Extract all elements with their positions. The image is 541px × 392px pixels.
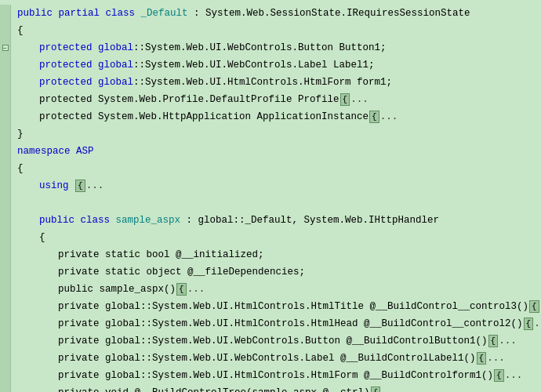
- line-text: protected System.Web.Profile.DefaultProf…: [11, 93, 369, 106]
- line-text: private global::System.Web.UI.HtmlContro…: [11, 318, 541, 330]
- collapsed-block[interactable]: {: [488, 335, 499, 347]
- collapsed-block[interactable]: {: [524, 318, 534, 330]
- line-gutter: −: [0, 39, 11, 56]
- code-line: public class sample_aspx : global::_Defa…: [0, 212, 541, 229]
- code-token: {: [17, 25, 24, 36]
- code-token: {: [17, 163, 24, 174]
- line-text: private global::System.Web.UI.WebControl…: [11, 335, 517, 347]
- code-line: private global::System.Web.UI.WebControl…: [0, 332, 541, 350]
- code-token: protected System.Web.HttpApplication App…: [39, 111, 369, 122]
- line-text: {: [11, 163, 24, 174]
- ellipsis: ...: [499, 336, 517, 347]
- code-token: : System.Web.SessionState.IRequiresSessi…: [188, 8, 470, 19]
- collapsed-block[interactable]: {: [371, 387, 381, 392]
- line-text: {: [11, 232, 45, 243]
- line-text: public class sample_aspx : global::_Defa…: [11, 215, 439, 226]
- code-line: protected global::System.Web.UI.WebContr…: [0, 56, 541, 74]
- code-token: sample_aspx: [116, 215, 181, 226]
- line-gutter: [0, 5, 11, 22]
- code-token: private static bool @__initialized;: [58, 249, 264, 260]
- line-gutter: [0, 125, 11, 143]
- code-token: ::System.Web.UI.WebControls.Button Butto…: [133, 42, 387, 53]
- line-text: public sample_aspx(){...: [11, 283, 205, 296]
- line-text: private static bool @__initialized;: [11, 249, 264, 260]
- line-text: namespace ASP: [11, 146, 94, 157]
- line-gutter: [0, 263, 11, 281]
- line-gutter: [0, 212, 11, 229]
- code-line: private void @__BuildControlTree(sample_…: [0, 384, 541, 392]
- ellipsis: ...: [381, 387, 399, 392]
- ellipsis: ...: [534, 318, 541, 329]
- collapsed-block[interactable]: {: [369, 111, 379, 123]
- code-line: using {...: [0, 177, 541, 194]
- code-line: {: [0, 229, 541, 246]
- code-token: private global::System.Web.UI.HtmlContro…: [58, 318, 523, 329]
- line-text: private global::System.Web.UI.HtmlContro…: [11, 300, 541, 313]
- collapsed-block[interactable]: {: [477, 352, 487, 365]
- code-token: private static object @__fileDependencie…: [58, 267, 305, 278]
- line-gutter: [0, 384, 11, 392]
- code-token: : global::_Default, System.Web.IHttpHand…: [180, 215, 439, 226]
- collapsed-block[interactable]: {: [340, 93, 350, 106]
- line-gutter: [0, 177, 11, 194]
- code-line: public sample_aspx(){...: [0, 281, 541, 298]
- code-line: private global::System.Web.UI.HtmlContro…: [0, 315, 541, 332]
- code-line: private global::System.Web.UI.WebControl…: [0, 350, 541, 367]
- line-text: protected global::System.Web.UI.HtmlCont…: [11, 77, 392, 88]
- line-text: private void @__BuildControlTree(sample_…: [11, 387, 399, 392]
- code-line: namespace ASP: [0, 143, 541, 160]
- code-line: private static object @__fileDependencie…: [0, 263, 541, 281]
- code-line: public partial class _Default : System.W…: [0, 5, 541, 22]
- code-token: public sample_aspx(): [58, 284, 176, 295]
- code-token: public class: [39, 215, 116, 226]
- line-gutter: [0, 56, 11, 74]
- code-editor: public partial class _Default : System.W…: [0, 0, 541, 392]
- code-token: protected System.Web.Profile.DefaultProf…: [39, 94, 339, 105]
- code-token: namespace ASP: [17, 146, 94, 157]
- code-line: −protected global::System.Web.UI.WebCont…: [0, 39, 541, 56]
- line-gutter: [0, 74, 11, 91]
- line-gutter: [0, 160, 11, 177]
- line-text: private static object @__fileDependencie…: [11, 267, 305, 278]
- line-gutter: [0, 332, 11, 350]
- collapsed-block[interactable]: {: [75, 180, 85, 192]
- line-text: protected global::System.Web.UI.WebContr…: [11, 60, 375, 71]
- line-gutter: [0, 22, 11, 39]
- code-token: private global::System.Web.UI.WebControl…: [58, 336, 488, 347]
- line-text: using {...: [11, 180, 103, 192]
- code-line: private global::System.Web.UI.HtmlContro…: [0, 298, 541, 315]
- code-line: }: [0, 125, 541, 143]
- collapsed-block[interactable]: {: [529, 300, 539, 313]
- collapsed-block[interactable]: {: [494, 369, 504, 382]
- line-gutter: [0, 143, 11, 160]
- line-text: public partial class _Default : System.W…: [11, 8, 470, 19]
- code-token: _Default: [141, 8, 188, 19]
- ellipsis: ...: [350, 94, 369, 105]
- code-token: ::System.Web.UI.HtmlControls.HtmlForm fo…: [133, 77, 392, 88]
- collapsed-block[interactable]: {: [176, 283, 187, 296]
- ellipsis: ...: [187, 284, 205, 295]
- code-line: protected global::System.Web.UI.HtmlCont…: [0, 74, 541, 91]
- line-gutter: [0, 350, 11, 367]
- ellipsis: ...: [380, 111, 398, 122]
- code-token: private global::System.Web.UI.HtmlContro…: [58, 370, 493, 381]
- line-gutter: [0, 194, 11, 212]
- code-line: private static bool @__initialized;: [0, 246, 541, 263]
- line-text: private global::System.Web.UI.WebControl…: [11, 352, 505, 365]
- code-line: private global::System.Web.UI.HtmlContro…: [0, 367, 541, 384]
- line-gutter: [0, 91, 11, 108]
- code-line: {: [0, 22, 541, 39]
- line-gutter: [0, 298, 11, 315]
- code-line: {: [0, 160, 541, 177]
- code-token: using: [39, 180, 74, 191]
- code-token: }: [17, 129, 24, 140]
- line-text: }: [11, 129, 24, 140]
- code-token: ::System.Web.UI.WebControls.Label Label1…: [133, 60, 375, 71]
- code-token: private global::System.Web.UI.WebControl…: [58, 353, 476, 364]
- line-text: protected System.Web.HttpApplication App…: [11, 111, 398, 123]
- ellipsis: ...: [505, 370, 523, 381]
- code-line: [0, 194, 541, 212]
- line-gutter: [0, 108, 11, 125]
- code-token: protected global: [39, 77, 133, 88]
- line-gutter: [0, 246, 11, 263]
